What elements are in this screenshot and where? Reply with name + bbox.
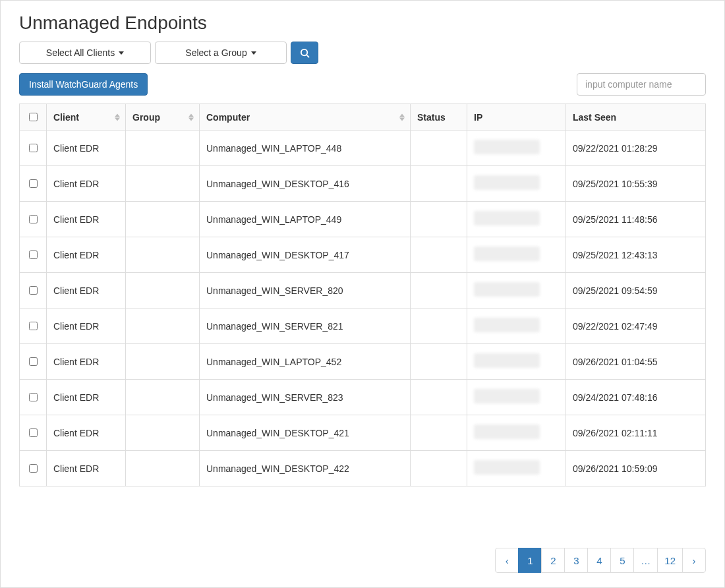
table-row: Client EDRUnmanaged_WIN_DESKTOP_41709/25… xyxy=(20,237,706,273)
table-row: Client EDRUnmanaged_WIN_SERVER_82009/25/… xyxy=(20,273,706,309)
header-last-seen-label: Last Seen xyxy=(573,112,616,123)
cell-group xyxy=(126,166,200,202)
header-group[interactable]: Group xyxy=(126,104,200,131)
cell-client: Client EDR xyxy=(47,202,126,237)
cell-ip xyxy=(467,344,566,380)
cell-client: Client EDR xyxy=(47,415,126,451)
cell-group xyxy=(126,202,200,237)
header-computer[interactable]: Computer xyxy=(200,104,411,131)
cell-last-seen: 09/25/2021 09:54:59 xyxy=(566,273,706,309)
cell-last-seen: 09/25/2021 10:55:39 xyxy=(566,166,706,202)
ip-redacted xyxy=(474,425,540,439)
row-checkbox[interactable] xyxy=(29,464,38,473)
computer-name-filter-input[interactable] xyxy=(577,73,706,96)
filter-toolbar: Select All Clients Select a Group xyxy=(19,42,706,64)
ip-redacted xyxy=(474,247,540,261)
row-select-cell xyxy=(20,237,47,273)
row-checkbox[interactable] xyxy=(29,322,38,330)
row-checkbox[interactable] xyxy=(29,215,38,223)
row-select-cell xyxy=(20,380,47,415)
row-checkbox[interactable] xyxy=(29,179,38,188)
select-all-checkbox[interactable] xyxy=(29,113,38,121)
cell-client: Client EDR xyxy=(47,344,126,380)
header-ip: IP xyxy=(467,104,566,131)
search-icon xyxy=(300,48,310,58)
header-status: Status xyxy=(411,104,467,131)
header-status-label: Status xyxy=(417,112,446,123)
cell-computer: Unmanaged_WIN_LAPTOP_449 xyxy=(200,202,411,237)
ip-redacted xyxy=(474,353,540,368)
pagination-ellipsis[interactable]: … xyxy=(633,548,658,573)
caret-down-icon xyxy=(251,51,256,55)
cell-group xyxy=(126,451,200,486)
table-body: Client EDRUnmanaged_WIN_LAPTOP_44809/22/… xyxy=(20,131,706,486)
ip-redacted xyxy=(474,175,540,190)
ip-redacted xyxy=(474,282,540,297)
pagination-page-4[interactable]: 4 xyxy=(587,548,611,573)
pagination-prev[interactable]: ‹ xyxy=(495,548,519,573)
header-group-label: Group xyxy=(132,112,160,123)
header-select-all[interactable] xyxy=(20,104,47,131)
cell-computer: Unmanaged_WIN_LAPTOP_448 xyxy=(200,131,411,166)
cell-last-seen: 09/25/2021 12:43:13 xyxy=(566,237,706,273)
pagination-page-2[interactable]: 2 xyxy=(541,548,565,573)
select-group-label: Select a Group xyxy=(185,47,246,58)
cell-status xyxy=(411,131,467,166)
cell-ip xyxy=(467,309,566,344)
table-row: Client EDRUnmanaged_WIN_SERVER_82309/24/… xyxy=(20,380,706,415)
row-checkbox[interactable] xyxy=(29,250,38,259)
sort-icon xyxy=(115,113,120,121)
select-group-dropdown[interactable]: Select a Group xyxy=(155,42,287,64)
table-row: Client EDRUnmanaged_WIN_LAPTOP_44909/25/… xyxy=(20,202,706,237)
cell-last-seen: 09/26/2021 10:59:09 xyxy=(566,451,706,486)
action-row: Install WatchGuard Agents xyxy=(19,73,706,96)
cell-ip xyxy=(467,451,566,486)
svg-point-0 xyxy=(301,49,306,55)
cell-computer: Unmanaged_WIN_DESKTOP_416 xyxy=(200,166,411,202)
header-ip-label: IP xyxy=(474,112,482,123)
cell-status xyxy=(411,237,467,273)
ip-redacted xyxy=(474,460,540,475)
svg-line-1 xyxy=(306,55,309,57)
row-checkbox[interactable] xyxy=(29,428,38,437)
row-checkbox[interactable] xyxy=(29,286,38,295)
ip-redacted xyxy=(474,389,540,403)
endpoints-table: Client Group Computer Status IP xyxy=(19,103,706,486)
ip-redacted xyxy=(474,211,540,225)
select-clients-dropdown[interactable]: Select All Clients xyxy=(19,42,151,64)
row-checkbox[interactable] xyxy=(29,144,38,152)
cell-status xyxy=(411,380,467,415)
table-row: Client EDRUnmanaged_WIN_LAPTOP_44809/22/… xyxy=(20,131,706,166)
cell-computer: Unmanaged_WIN_LAPTOP_452 xyxy=(200,344,411,380)
pagination-page-3[interactable]: 3 xyxy=(564,548,588,573)
row-select-cell xyxy=(20,309,47,344)
pagination: ‹12345…12› xyxy=(496,548,706,573)
pagination-next[interactable]: › xyxy=(682,548,706,573)
search-button[interactable] xyxy=(291,42,318,64)
install-agents-button[interactable]: Install WatchGuard Agents xyxy=(19,73,148,96)
cell-ip xyxy=(467,202,566,237)
cell-computer: Unmanaged_WIN_DESKTOP_417 xyxy=(200,237,411,273)
header-computer-label: Computer xyxy=(206,112,250,123)
cell-ip xyxy=(467,237,566,273)
cell-computer: Unmanaged_WIN_SERVER_823 xyxy=(200,380,411,415)
header-client[interactable]: Client xyxy=(47,104,126,131)
cell-group xyxy=(126,309,200,344)
pagination-page-12[interactable]: 12 xyxy=(657,548,683,573)
row-checkbox[interactable] xyxy=(29,357,38,366)
row-select-cell xyxy=(20,451,47,486)
table-row: Client EDRUnmanaged_WIN_DESKTOP_42109/26… xyxy=(20,415,706,451)
row-select-cell xyxy=(20,131,47,166)
cell-computer: Unmanaged_WIN_DESKTOP_421 xyxy=(200,415,411,451)
header-last-seen: Last Seen xyxy=(566,104,706,131)
cell-group xyxy=(126,344,200,380)
row-checkbox[interactable] xyxy=(29,393,38,401)
row-select-cell xyxy=(20,415,47,451)
cell-last-seen: 09/22/2021 01:28:29 xyxy=(566,131,706,166)
cell-last-seen: 09/26/2021 02:11:11 xyxy=(566,415,706,451)
cell-status xyxy=(411,415,467,451)
pagination-page-1[interactable]: 1 xyxy=(518,548,542,573)
pagination-page-5[interactable]: 5 xyxy=(610,548,634,573)
cell-status xyxy=(411,451,467,486)
cell-client: Client EDR xyxy=(47,380,126,415)
